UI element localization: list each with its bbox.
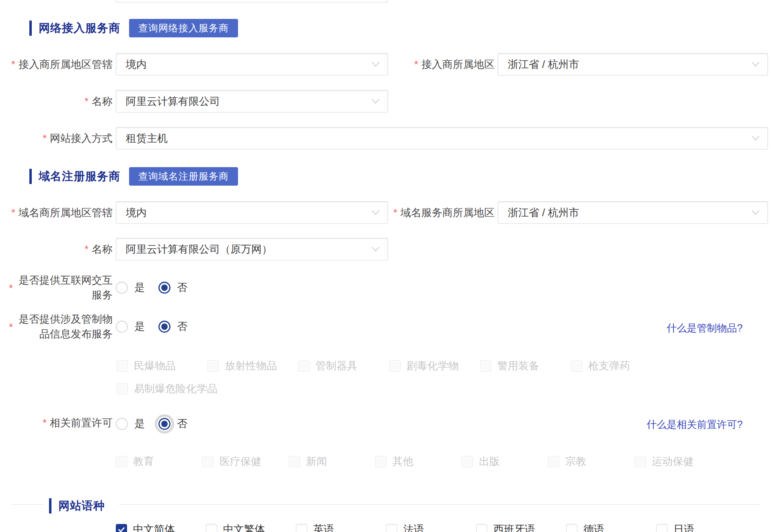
chevron-down-icon [372, 99, 380, 104]
radio-yes[interactable] [116, 321, 128, 333]
radio-no[interactable] [158, 321, 170, 333]
checkbox-item: 其他 [375, 454, 462, 469]
checkbox-label: 西班牙语 [493, 522, 535, 532]
checkbox [117, 383, 128, 395]
field-label-text: 域名商所属地区管辖 [18, 206, 113, 220]
divider-line-right [119, 504, 760, 505]
radio-no[interactable] [158, 418, 170, 430]
field-label-controlled-items-service: 是否提供涉及管制物 品信息发布服务 [0, 312, 113, 342]
select-value: 阿里云计算有限公司（原万网） [126, 242, 272, 256]
checkbox-label: 德语 [583, 522, 604, 532]
prerequisite-permit-radio-group: 是 否 [116, 417, 201, 431]
field-label-line2: 品信息发布服务 [0, 327, 113, 342]
domain-registrar-name-select[interactable]: 阿里云计算有限公司（原万网） [116, 238, 388, 260]
checkbox-item: 民爆物品 [117, 359, 207, 373]
field-label-text: 名称 [92, 242, 113, 256]
interactive-service-radio-group: 是 否 [116, 280, 201, 295]
what-is-prerequisite-permit-link[interactable]: 什么是相关前置许可? [647, 418, 743, 431]
section-title: 域名注册服务商 [39, 169, 120, 184]
checkbox-label: 易制爆危险化学品 [134, 382, 218, 396]
checkbox-item: 放射性物品 [207, 359, 298, 373]
checkbox-item: 新闻 [289, 454, 375, 469]
checkbox-label: 枪支弹药 [588, 359, 630, 373]
checkbox [207, 360, 219, 372]
section-domain-registrar: 域名注册服务商 查询域名注册服务商 [29, 167, 238, 186]
section-accent-bar [29, 20, 32, 36]
checkbox[interactable] [476, 524, 487, 532]
chevron-down-icon [372, 210, 380, 215]
section-site-language: 网站语种 [49, 497, 105, 515]
checkbox-item: 宗教 [548, 454, 634, 469]
chevron-down-icon [372, 62, 380, 67]
what-are-controlled-items-link[interactable]: 什么是管制物品? [667, 321, 743, 335]
checkbox-label: 日语 [673, 522, 694, 532]
checkbox-label: 新闻 [306, 454, 327, 469]
access-method-select[interactable]: 租赁主机 [116, 127, 768, 149]
checkbox[interactable] [206, 524, 217, 532]
field-label-domain-region: * 域名服务商所属地区 [382, 201, 495, 224]
select-value: 阿里云计算有限公司 [126, 94, 220, 108]
radio-no-label[interactable]: 否 [177, 319, 187, 334]
radio-yes-label[interactable]: 是 [134, 319, 145, 334]
chevron-down-icon [751, 136, 760, 141]
field-label-prerequisite-permit: * 相关前置许可 [0, 417, 113, 429]
languages-checkbox-row: 中文简体 中文繁体 英语 法语 西班牙语 德语 日语 [116, 522, 746, 532]
radio-no-label[interactable]: 否 [177, 280, 187, 295]
domain-region-select[interactable]: 浙江省 / 杭州市 [498, 201, 768, 224]
checkbox-item[interactable]: 西班牙语 [476, 522, 566, 532]
field-label-access-region: * 接入商所属地区 [382, 53, 495, 76]
domain-jurisdiction-select[interactable]: 境内 [116, 201, 388, 224]
field-label-text: 接入商所属地区 [421, 57, 495, 72]
icp-website-info-form: 网络接入服务商 查询网络接入服务商 * 接入商所属地区管辖 境内 * 接入商所属… [0, 0, 772, 532]
clipped-input-above[interactable] [116, 0, 388, 2]
section-title: 网络接入服务商 [39, 20, 120, 36]
radio-yes[interactable] [116, 282, 128, 294]
checkbox-label: 宗教 [565, 454, 586, 469]
checkbox-item[interactable]: 日语 [656, 522, 746, 532]
checkbox[interactable] [386, 524, 397, 532]
checkbox [548, 456, 559, 467]
checkbox-item[interactable]: 英语 [296, 522, 386, 532]
radio-no[interactable] [158, 282, 170, 294]
checkbox-item[interactable]: 中文繁体 [206, 522, 296, 532]
checkbox[interactable] [656, 524, 667, 532]
checkbox-label: 医疗保健 [220, 454, 261, 469]
check-icon [117, 526, 125, 532]
field-label-text: 域名服务商所属地区 [400, 206, 495, 220]
checkbox-item: 剧毒化学物 [389, 359, 480, 373]
field-label-text: 名称 [92, 94, 113, 108]
checkbox-checked[interactable] [116, 524, 127, 532]
checkbox-item: 出版 [462, 454, 548, 469]
field-label-access-provider-name: * 名称 [0, 90, 113, 113]
checkbox-item[interactable]: 中文简体 [116, 522, 206, 532]
required-asterisk: * [84, 95, 88, 108]
access-jurisdiction-select[interactable]: 境内 [116, 53, 388, 76]
checkbox [462, 456, 473, 467]
checkbox[interactable] [566, 524, 577, 532]
checkbox [202, 456, 214, 467]
section-title: 网站语种 [58, 498, 105, 514]
checkbox-label: 剧毒化学物 [407, 359, 459, 373]
checkbox-label: 运动保健 [652, 454, 694, 469]
checkbox-item: 管制器具 [298, 359, 389, 373]
checkbox [298, 360, 310, 372]
required-asterisk: * [414, 58, 418, 71]
checkbox[interactable] [296, 524, 307, 532]
field-label-domain-jurisdiction: * 域名商所属地区管辖 [0, 201, 113, 224]
checkbox-label: 民爆物品 [134, 359, 176, 373]
field-label-text: 相关前置许可 [50, 416, 113, 430]
divider-line-left [12, 504, 43, 505]
select-value: 浙江省 / 杭州市 [508, 206, 579, 220]
query-domain-registrar-button[interactable]: 查询域名注册服务商 [129, 167, 238, 186]
radio-yes-label[interactable]: 是 [134, 280, 145, 295]
checkbox-label: 其他 [392, 454, 413, 469]
select-value: 租赁主机 [126, 131, 168, 145]
query-network-access-provider-button[interactable]: 查询网络接入服务商 [129, 19, 238, 37]
radio-no-label[interactable]: 否 [177, 417, 187, 431]
checkbox-item[interactable]: 德语 [566, 522, 656, 532]
access-region-select[interactable]: 浙江省 / 杭州市 [498, 53, 768, 76]
radio-yes[interactable] [116, 418, 128, 430]
access-provider-name-select[interactable]: 阿里云计算有限公司 [116, 90, 388, 113]
checkbox-item[interactable]: 法语 [386, 522, 476, 532]
radio-yes-label[interactable]: 是 [134, 417, 145, 431]
